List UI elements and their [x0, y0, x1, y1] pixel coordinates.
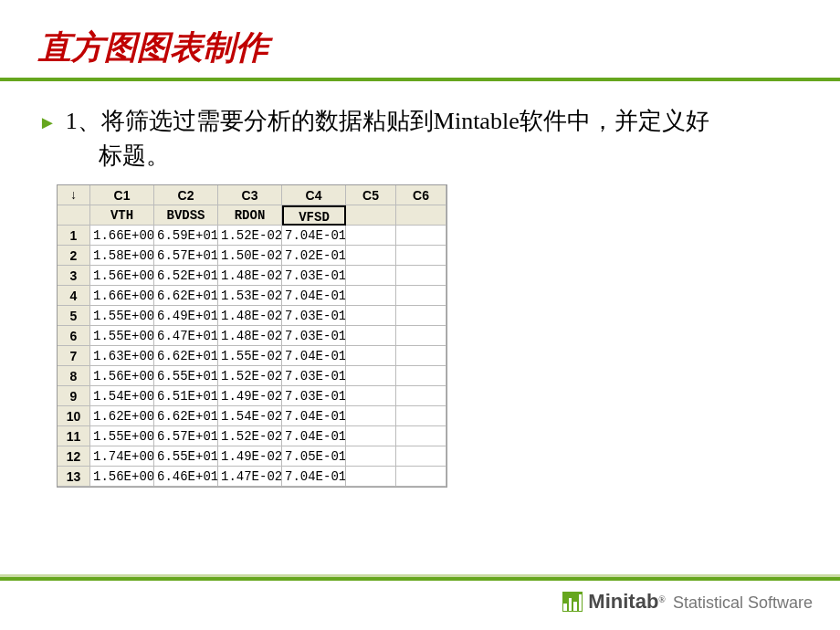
- col-name-vfsd-selected[interactable]: VFSD: [282, 205, 346, 226]
- data-cell[interactable]: 7.04E-01: [282, 406, 346, 426]
- data-cell[interactable]: [346, 386, 396, 406]
- data-cell[interactable]: 6.57E+01: [154, 426, 218, 446]
- data-cell[interactable]: [396, 326, 446, 346]
- data-cell[interactable]: 7.05E-01: [282, 446, 346, 467]
- data-cell[interactable]: 6.62E+01: [154, 406, 218, 426]
- row-header[interactable]: 8: [58, 366, 90, 386]
- data-cell[interactable]: 1.52E-02: [218, 366, 282, 386]
- data-cell[interactable]: [396, 386, 446, 406]
- row-header[interactable]: 12: [58, 446, 90, 467]
- data-cell[interactable]: 1.54E-02: [218, 406, 282, 426]
- data-cell[interactable]: 1.55E+00: [90, 326, 154, 346]
- data-cell[interactable]: 1.49E-02: [218, 386, 282, 406]
- data-cell[interactable]: 1.58E+00: [90, 246, 154, 266]
- data-cell[interactable]: 1.52E-02: [218, 426, 282, 446]
- col-name-c6[interactable]: [396, 205, 446, 226]
- data-cell[interactable]: [396, 346, 446, 366]
- data-cell[interactable]: 7.03E-01: [282, 386, 346, 406]
- data-cell[interactable]: [396, 366, 446, 386]
- col-name-vth[interactable]: VTH: [90, 205, 154, 226]
- col-header-c1[interactable]: C1: [90, 185, 154, 205]
- data-cell[interactable]: [346, 326, 396, 346]
- row-header[interactable]: 9: [58, 386, 90, 406]
- data-cell[interactable]: [396, 306, 446, 326]
- data-cell[interactable]: 6.55E+01: [154, 366, 218, 386]
- data-cell[interactable]: 1.50E-02: [218, 246, 282, 266]
- col-header-c3[interactable]: C3: [218, 185, 282, 205]
- data-cell[interactable]: 1.66E+00: [90, 226, 154, 246]
- col-header-c4[interactable]: C4: [282, 185, 346, 205]
- row-header[interactable]: 6: [58, 326, 90, 346]
- row-header[interactable]: 2: [58, 246, 90, 266]
- data-cell[interactable]: 1.55E+00: [90, 306, 154, 326]
- col-header-c6[interactable]: C6: [396, 185, 446, 205]
- data-cell[interactable]: 6.51E+01: [154, 386, 218, 406]
- data-cell[interactable]: 1.62E+00: [90, 406, 154, 426]
- data-cell[interactable]: 1.56E+00: [90, 467, 154, 487]
- row-header[interactable]: 10: [58, 406, 90, 426]
- data-cell[interactable]: [346, 266, 396, 286]
- col-name-rdon[interactable]: RDON: [218, 205, 282, 226]
- data-cell[interactable]: 1.63E+00: [90, 346, 154, 366]
- data-cell[interactable]: [346, 226, 396, 246]
- data-cell[interactable]: 6.59E+01: [154, 226, 218, 246]
- data-cell[interactable]: [346, 406, 396, 426]
- data-cell[interactable]: 6.47E+01: [154, 326, 218, 346]
- row-header[interactable]: 7: [58, 346, 90, 366]
- col-header-c2[interactable]: C2: [154, 185, 218, 205]
- data-cell[interactable]: 7.04E-01: [282, 467, 346, 487]
- col-header-c5[interactable]: C5: [346, 185, 396, 205]
- row-header[interactable]: 5: [58, 306, 90, 326]
- data-cell[interactable]: 1.48E-02: [218, 266, 282, 286]
- data-cell[interactable]: [346, 446, 396, 467]
- data-cell[interactable]: 6.52E+01: [154, 266, 218, 286]
- data-cell[interactable]: 6.49E+01: [154, 306, 218, 326]
- data-cell[interactable]: 1.48E-02: [218, 326, 282, 346]
- data-cell[interactable]: 1.48E-02: [218, 306, 282, 326]
- data-cell[interactable]: 7.02E-01: [282, 246, 346, 266]
- data-cell[interactable]: [346, 286, 396, 306]
- data-cell[interactable]: 1.56E+00: [90, 366, 154, 386]
- data-cell[interactable]: [346, 426, 396, 446]
- data-cell[interactable]: 7.04E-01: [282, 286, 346, 306]
- data-cell[interactable]: [396, 246, 446, 266]
- data-cell[interactable]: [396, 226, 446, 246]
- data-cell[interactable]: 1.47E-02: [218, 467, 282, 487]
- data-cell[interactable]: 1.66E+00: [90, 286, 154, 306]
- row-header[interactable]: 3: [58, 266, 90, 286]
- data-cell[interactable]: [346, 306, 396, 326]
- data-cell[interactable]: 1.56E+00: [90, 266, 154, 286]
- data-cell[interactable]: 7.03E-01: [282, 366, 346, 386]
- data-cell[interactable]: 7.03E-01: [282, 306, 346, 326]
- data-cell[interactable]: 1.52E-02: [218, 226, 282, 246]
- data-cell[interactable]: 7.04E-01: [282, 226, 346, 246]
- data-cell[interactable]: 1.53E-02: [218, 286, 282, 306]
- data-cell[interactable]: 6.62E+01: [154, 346, 218, 366]
- data-cell[interactable]: 6.55E+01: [154, 446, 218, 467]
- row-header[interactable]: 1: [58, 226, 90, 246]
- data-cell[interactable]: [346, 467, 396, 487]
- data-cell[interactable]: 7.04E-01: [282, 426, 346, 446]
- data-cell[interactable]: [396, 446, 446, 467]
- row-header[interactable]: 11: [58, 426, 90, 446]
- data-cell[interactable]: 7.04E-01: [282, 346, 346, 366]
- data-cell[interactable]: [396, 467, 446, 487]
- data-cell[interactable]: 7.03E-01: [282, 326, 346, 346]
- data-cell[interactable]: [346, 246, 396, 266]
- data-cell[interactable]: 1.55E+00: [90, 426, 154, 446]
- col-name-bvdss[interactable]: BVDSS: [154, 205, 218, 226]
- data-cell[interactable]: [346, 366, 396, 386]
- row-header[interactable]: 13: [58, 467, 90, 487]
- data-cell[interactable]: [396, 426, 446, 446]
- data-cell[interactable]: [346, 346, 396, 366]
- row-header[interactable]: 4: [58, 286, 90, 306]
- data-cell[interactable]: 1.49E-02: [218, 446, 282, 467]
- data-cell[interactable]: 6.46E+01: [154, 467, 218, 487]
- data-cell[interactable]: [396, 266, 446, 286]
- data-cell[interactable]: 1.55E-02: [218, 346, 282, 366]
- data-cell[interactable]: 6.57E+01: [154, 246, 218, 266]
- data-cell[interactable]: 1.54E+00: [90, 386, 154, 406]
- data-cell[interactable]: [396, 406, 446, 426]
- data-cell[interactable]: 6.62E+01: [154, 286, 218, 306]
- data-cell[interactable]: [396, 286, 446, 306]
